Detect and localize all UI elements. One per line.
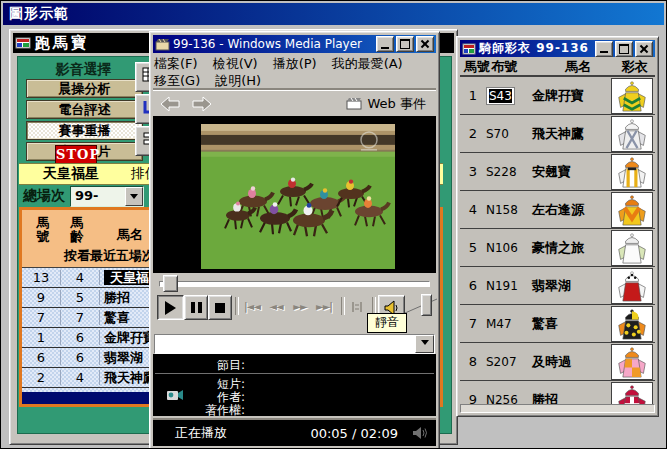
race-number-combobox[interactable]: 99-136 (70, 186, 144, 207)
maximize-icon (400, 39, 410, 49)
horse-no: 9 (22, 290, 61, 305)
cloth-code: S207 (486, 355, 517, 369)
web-events-link[interactable]: Web 事件 (346, 95, 426, 113)
silk-cell (611, 306, 653, 342)
pmb-button[interactable]: 晨操分析 (26, 79, 143, 98)
video-area (153, 116, 436, 273)
jockey-row[interactable]: 9N256勝招 (460, 381, 655, 406)
divider (155, 373, 434, 374)
jockey-row[interactable]: 7M47驚喜 (460, 305, 655, 343)
jockey-horse-name: 翡翠湖 (532, 277, 611, 295)
close-button[interactable] (635, 41, 653, 57)
horse-no: 7 (22, 310, 61, 325)
jockey-silk-icon (615, 80, 649, 112)
main-window-title: 圖形示範 (3, 5, 69, 23)
jockey-horse-name: 及時過 (532, 353, 611, 371)
seek-track[interactable] (159, 281, 430, 287)
silk-cell (611, 382, 653, 407)
cloth-code: N191 (486, 279, 518, 293)
jockey-row[interactable]: 8S207及時過 (460, 343, 655, 381)
jockey-col-header: 布號 (492, 58, 535, 76)
play-icon (165, 301, 183, 315)
minimize-icon (600, 51, 608, 53)
cloth-code-edit[interactable]: S43 (486, 87, 515, 105)
jockey-horse-name: 安翹寶 (532, 163, 611, 181)
mute-tooltip: 靜音 (367, 313, 407, 333)
video-frame (201, 124, 395, 269)
clip-combobox[interactable] (154, 334, 435, 354)
pause-button[interactable] (184, 295, 208, 320)
minimize-button[interactable] (595, 41, 613, 57)
pmb-button[interactable]: 電台評述 (26, 100, 143, 119)
jockey-horse-no: 7 (460, 316, 486, 331)
jockey-row[interactable]: 6N191翡翠湖 (460, 267, 655, 305)
jockey-row[interactable]: 2S70飛天神鷹 (460, 115, 655, 153)
sound-status-icon (412, 426, 428, 440)
jockey-row[interactable]: 1S43金牌孖寶 (460, 77, 655, 115)
av-select-label: 影音選擇 (26, 61, 141, 79)
menu-item[interactable]: 移至(G) (154, 72, 200, 90)
jockey-colors-window: 騎師彩衣 99-136 馬號布號馬名彩衣 1S43金牌孖寶 2S70飛天神鷹 3… (456, 36, 659, 417)
playback-time: 00:05 / 02:09 (310, 426, 398, 441)
stop-button[interactable]: STOP (55, 145, 97, 165)
jockey-col-header: 馬號 (460, 58, 492, 76)
silk-cell (611, 192, 653, 228)
cloth-code: N106 (486, 241, 518, 255)
combo-arrow-button[interactable] (415, 335, 434, 353)
maximize-icon (619, 44, 629, 54)
jockey-horse-no: 4 (460, 202, 486, 217)
back-arrow-icon[interactable] (159, 96, 183, 112)
jockey-table-header: 馬號布號馬名彩衣 (460, 58, 655, 77)
jockey-titlebar[interactable]: 騎師彩衣 99-136 (460, 40, 655, 57)
menu-item[interactable]: 我的最愛(A) (332, 55, 403, 73)
silk-cell (611, 344, 653, 380)
jockey-table-rows: 1S43金牌孖寶 2S70飛天神鷹 3S228安翹寶 (460, 77, 655, 406)
cloth-code: M47 (486, 317, 512, 331)
forward-arrow-icon[interactable] (189, 96, 213, 112)
menu-item[interactable]: 檔案(F) (154, 55, 198, 73)
media-player-titlebar[interactable]: 99-136 - Windows Media Player (153, 35, 436, 53)
jockey-window-title: 騎師彩衣 99-136 (479, 40, 589, 57)
menu-row-1: 檔案(F)檢視(V)播放(P)我的最愛(A) (154, 55, 435, 72)
horse-age: 4 (61, 370, 100, 385)
minimize-button[interactable] (376, 36, 394, 52)
menu-item[interactable]: 檢視(V) (213, 55, 258, 73)
jockey-horse-no: 5 (460, 240, 486, 255)
rewind-button: ◄◄ (265, 295, 287, 318)
cloth-code: N158 (486, 203, 518, 217)
media-player-window: 99-136 - Windows Media Player 檔案(F)檢視(V)… (149, 31, 440, 449)
chevron-down-icon (130, 194, 138, 203)
seek-thumb[interactable] (163, 275, 178, 292)
horse-no: 2 (22, 370, 61, 385)
stop-button-wmp[interactable] (208, 295, 232, 320)
seek-bar (153, 273, 436, 292)
horse-age: 7 (61, 310, 100, 325)
jockey-row[interactable]: 3S228安翹寶 (460, 153, 655, 191)
horizontal-scrollbar[interactable] (460, 404, 655, 413)
separator (341, 297, 345, 315)
video-camera-icon (165, 386, 185, 404)
menu-item[interactable]: 播放(P) (273, 55, 317, 73)
jockey-horse-name: 驚喜 (532, 315, 611, 333)
silk-cell (611, 154, 653, 190)
silk-cell (611, 268, 653, 304)
pmb-button[interactable]: 賽事重播 (26, 121, 143, 140)
maximize-button[interactable] (396, 36, 414, 52)
silk-cell (611, 230, 653, 266)
jockey-col-header: 彩衣 (622, 58, 655, 76)
jockey-horse-name: 金牌孖寶 (532, 87, 611, 105)
close-button[interactable] (416, 36, 434, 52)
combo-arrow-button[interactable] (125, 187, 143, 206)
play-button[interactable] (157, 295, 184, 320)
menu-item[interactable]: 說明(H) (215, 72, 261, 90)
maximize-button[interactable] (615, 41, 633, 57)
stop-icon (215, 303, 225, 313)
jockey-window-icon (462, 43, 476, 55)
volume-slider-thumb[interactable] (421, 294, 432, 316)
jockey-row[interactable]: 5N106豪情之旅 (460, 229, 655, 267)
race-number-label: 總場次 (23, 187, 65, 205)
pmb-window-title: 跑馬寶 (35, 34, 89, 53)
horse-no: 6 (22, 350, 61, 365)
main-window-titlebar[interactable]: 圖形示範 (3, 3, 664, 25)
jockey-row[interactable]: 4N158左右逢源 (460, 191, 655, 229)
